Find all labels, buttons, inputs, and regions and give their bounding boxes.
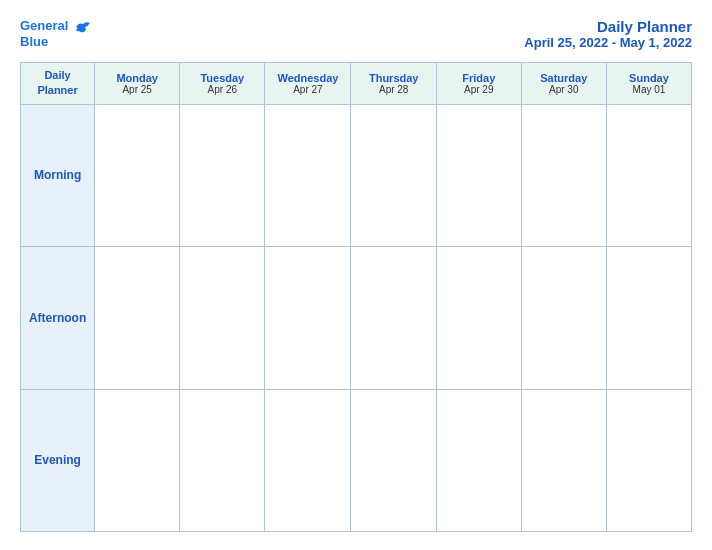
table-row-0: Morning <box>21 104 692 246</box>
row-label-0: Morning <box>21 104 95 246</box>
header-row: Daily Planner MondayApr 25TuesdayApr 26W… <box>21 63 692 105</box>
table-row-2: Evening <box>21 389 692 531</box>
logo-area: General Blue <box>20 18 92 49</box>
cell-2-1 <box>180 389 265 531</box>
table-row-1: Afternoon <box>21 247 692 389</box>
cell-1-5 <box>521 247 606 389</box>
header-day-3: ThursdayApr 28 <box>351 63 436 105</box>
logo-blue-text: Blue <box>20 34 48 50</box>
header-day-1: TuesdayApr 26 <box>180 63 265 105</box>
cell-2-0 <box>95 389 180 531</box>
page-header: General Blue Daily Planner April 25, 202… <box>20 18 692 50</box>
date-range: April 25, 2022 - May 1, 2022 <box>524 35 692 50</box>
planner-table: Daily Planner MondayApr 25TuesdayApr 26W… <box>20 62 692 532</box>
cell-0-6 <box>606 104 691 246</box>
header-day-2: WednesdayApr 27 <box>265 63 351 105</box>
header-day-6: SundayMay 01 <box>606 63 691 105</box>
row-label-1: Afternoon <box>21 247 95 389</box>
cell-1-4 <box>436 247 521 389</box>
cell-2-5 <box>521 389 606 531</box>
cell-0-4 <box>436 104 521 246</box>
header-day-4: FridayApr 29 <box>436 63 521 105</box>
row-label-2: Evening <box>21 389 95 531</box>
cell-2-2 <box>265 389 351 531</box>
logo-general: General <box>20 18 68 33</box>
table-body: MorningAfternoonEvening <box>21 104 692 531</box>
cell-2-4 <box>436 389 521 531</box>
cell-0-0 <box>95 104 180 246</box>
cell-0-5 <box>521 104 606 246</box>
cell-0-3 <box>351 104 436 246</box>
header-first-col: Daily Planner <box>21 63 95 105</box>
title-area: Daily Planner April 25, 2022 - May 1, 20… <box>524 18 692 50</box>
cell-1-1 <box>180 247 265 389</box>
cell-0-2 <box>265 104 351 246</box>
table-header: Daily Planner MondayApr 25TuesdayApr 26W… <box>21 63 692 105</box>
header-day-5: SaturdayApr 30 <box>521 63 606 105</box>
cell-1-2 <box>265 247 351 389</box>
page-title: Daily Planner <box>524 18 692 35</box>
logo-bird-icon <box>74 20 92 34</box>
cell-0-1 <box>180 104 265 246</box>
cell-1-0 <box>95 247 180 389</box>
cell-1-3 <box>351 247 436 389</box>
header-day-0: MondayApr 25 <box>95 63 180 105</box>
cell-1-6 <box>606 247 691 389</box>
cell-2-6 <box>606 389 691 531</box>
logo-text: General <box>20 18 92 34</box>
cell-2-3 <box>351 389 436 531</box>
